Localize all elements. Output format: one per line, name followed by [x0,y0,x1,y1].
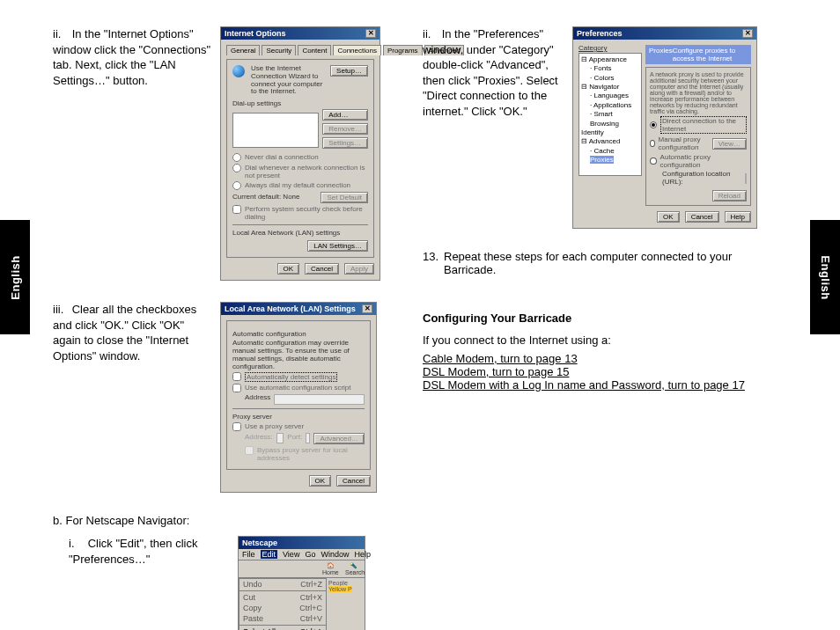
mi-copy[interactable]: Copy [243,604,262,612]
pf-ok-button[interactable]: OK [657,211,680,223]
auto-detect-label: Automatically detect settings [245,372,337,382]
script-address-input[interactable] [274,394,365,405]
dial-when-label: Dial whenever a network connection is no… [245,164,368,179]
category-tree[interactable]: ⊟ Appearance · Fonts · Colors ⊟ Navigato… [578,53,642,176]
direct-radio[interactable] [650,121,657,128]
tree-proxies[interactable]: Proxies [590,156,614,164]
step-13-text: Repeat these steps for each computer con… [444,250,787,276]
never-dial-radio[interactable] [232,153,241,162]
config-url-input[interactable] [745,173,747,184]
search-icon[interactable]: 🔦Search [345,562,361,575]
proxy-port-input[interactable] [306,433,310,443]
dial-when-radio[interactable] [232,164,241,172]
tree-advanced[interactable]: Advanced [589,137,621,145]
menu-go[interactable]: Go [305,550,315,559]
reload-button[interactable]: Reload [712,190,747,201]
close-icon[interactable]: ✕ [742,29,753,38]
proxy-advanced-button[interactable]: Advanced… [313,433,365,444]
proxy-addr-input[interactable] [276,433,284,443]
mi-undo[interactable]: Undo [243,580,262,589]
step-13: 13. Repeat these steps for each computer… [423,250,787,276]
dialup-label: Dial-up settings [232,99,368,107]
pf-cancel-button[interactable]: Cancel [685,211,719,223]
step-13-num: 13. [423,250,440,276]
auto-text: Automatic configuration may override man… [232,340,365,370]
tree-applications[interactable]: Applications [593,101,631,109]
links-block: Cable Modem, turn to page 13 DSL Modem, … [423,352,787,392]
use-proxy-label: Use a proxy server [245,422,304,430]
manual-radio[interactable] [650,140,655,147]
tree-navigator[interactable]: Navigator [589,83,619,91]
use-proxy-check[interactable] [232,422,241,431]
lan-settings-button[interactable]: LAN Settings… [307,240,368,252]
menu-window[interactable]: Window [321,550,349,559]
menu-edit[interactable]: Edit [261,550,278,559]
tab-programs[interactable]: Programs [383,45,423,55]
close-icon[interactable]: ✕ [365,29,376,38]
always-dial-label: Always dial my default connection [245,181,350,189]
add-button[interactable]: Add… [322,109,368,121]
people-label[interactable]: People [328,580,348,586]
tree-languages[interactable]: Languages [593,92,629,99]
step-b-text: For Netscape Navigator: [65,514,189,527]
io-cancel-button[interactable]: Cancel [305,263,339,275]
step-ii-body: In the "Internet Options" window click t… [53,27,210,87]
category-label: Category [578,45,642,53]
lan-settings-dialog: Local Area Network (LAN) Settings ✕ Auto… [220,302,377,493]
tree-smartbrowsing[interactable]: Smart Browsing [590,110,619,127]
step-ii-marker: ii. [53,26,69,42]
menu-help[interactable]: Help [354,550,371,559]
remove-button[interactable]: Remove… [322,123,368,135]
tab-content[interactable]: Content [298,45,331,55]
close-icon[interactable]: ✕ [362,304,372,313]
autoproxy-label: Automatic proxy configuration [660,153,747,169]
config-heading: Configuring Your Barricade [423,311,787,325]
auto-detect-check[interactable] [232,372,241,381]
tab-connections[interactable]: Connections [333,45,380,55]
lan-title: Local Area Network (LAN) Settings [225,304,356,313]
dialup-list[interactable] [232,113,319,148]
bypass-check [245,446,254,455]
io-apply-button[interactable]: Apply [344,263,374,275]
settings-button[interactable]: Settings… [322,137,368,149]
direct-label: Direct connection to the Internet [660,116,747,134]
tree-identity[interactable]: Identity [581,128,604,136]
pf-head-right: Configure proxies to access the Internet [673,47,748,62]
auto-heading: Automatic configuration [232,330,365,338]
link-dsl[interactable]: DSL Modem, turn to page 15 [423,365,569,378]
menu-view[interactable]: View [283,550,299,559]
io-title: Internet Options [225,29,286,38]
pf-blurb: A network proxy is used to provide addit… [650,71,747,114]
lan-label: Local Area Network (LAN) settings [232,229,368,237]
sys-check[interactable] [232,205,241,214]
autoproxy-radio[interactable] [650,158,657,165]
internet-options-screenshot: Internet Options ✕ General Security Cont… [220,26,387,281]
menu-file[interactable]: File [242,550,255,559]
tree-colors[interactable]: Colors [593,74,614,82]
lan-cancel-button[interactable]: Cancel [336,475,371,487]
link-cable[interactable]: Cable Modem, turn to page 13 [423,352,578,365]
view-button[interactable]: View… [712,138,747,150]
setup-button[interactable]: Setup… [330,65,368,77]
io-ok-button[interactable]: OK [277,263,300,275]
home-icon[interactable]: 🏠Home [322,562,338,575]
right-column: ii. In the "Preferences" window, under "… [423,26,787,630]
tab-security[interactable]: Security [262,45,296,55]
set-default-button[interactable]: Set Default [321,192,368,203]
link-dsl-login[interactable]: DSL Modem with a Log In name and Passwor… [423,378,745,392]
tree-cache[interactable]: Cache [593,147,614,155]
tree-fonts[interactable]: Fonts [593,64,611,72]
yellow-label[interactable]: Yellow P [328,586,352,592]
auto-script-check[interactable] [232,384,241,392]
step-iii-marker: iii. [53,302,69,318]
tree-appearance[interactable]: Appearance [589,55,627,63]
mi-paste[interactable]: Paste [243,614,263,623]
tab-general[interactable]: General [226,45,260,55]
always-dial-radio[interactable] [232,181,241,190]
pf-help-button[interactable]: Help [725,211,751,223]
lan-ok-button[interactable]: OK [309,475,332,487]
edit-dropdown: UndoCtrl+Z CutCtrl+X CopyCtrl+C PasteCtr… [239,578,327,630]
mi-cut[interactable]: Cut [243,593,255,602]
globe-icon [232,65,245,77]
right-step-ii-body: In the "Preferences" window, under "Cate… [423,27,558,118]
